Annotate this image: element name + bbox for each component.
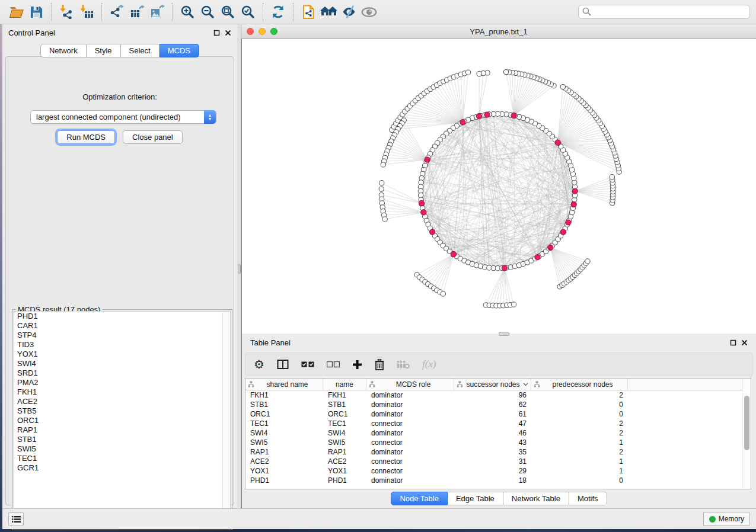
tab-network[interactable]: Network bbox=[40, 44, 87, 57]
result-node-swi5[interactable]: SWI5 bbox=[14, 444, 230, 454]
result-node-stp4[interactable]: STP4 bbox=[14, 331, 230, 340]
tab-mcds[interactable]: MCDS bbox=[160, 44, 199, 57]
table-row-rap1[interactable]: RAP1RAP1dominator352 bbox=[245, 447, 751, 457]
horizontal-splitter-handle[interactable] bbox=[499, 332, 509, 336]
search-icon bbox=[582, 7, 591, 16]
result-node-srd1[interactable]: SRD1 bbox=[14, 368, 230, 378]
export-network-button[interactable] bbox=[108, 3, 126, 21]
control-panel-header: Control Panel bbox=[2, 24, 237, 41]
tab-network-table[interactable]: Network Table bbox=[503, 492, 569, 505]
refresh-layout-button[interactable] bbox=[269, 3, 287, 21]
result-node-ace2[interactable]: ACE2 bbox=[14, 397, 230, 406]
hide-selected-button[interactable] bbox=[340, 3, 358, 21]
close-panel-icon[interactable] bbox=[225, 30, 231, 36]
show-all-button[interactable] bbox=[360, 3, 378, 21]
network-titlebar[interactable]: YPA_prune.txt_1 bbox=[241, 24, 756, 39]
export-table-icon bbox=[130, 5, 145, 19]
table-row-phd1[interactable]: PHD1PHD1dominator180 bbox=[245, 476, 751, 485]
float-panel-icon[interactable] bbox=[213, 30, 220, 36]
table-row-ace2[interactable]: ACE2ACE2connector311 bbox=[245, 457, 751, 466]
export-table-button[interactable] bbox=[128, 3, 146, 21]
zoom-fit-button[interactable] bbox=[219, 3, 237, 21]
result-node-stb1[interactable]: STB1 bbox=[14, 435, 230, 444]
column-header-predecessor-nodes[interactable]: predecessor nodes bbox=[531, 379, 628, 390]
close-window-icon[interactable] bbox=[247, 28, 254, 35]
export-image-button[interactable] bbox=[148, 3, 166, 21]
column-header-shared-name[interactable]: shared name bbox=[245, 379, 323, 390]
maximize-window-icon[interactable] bbox=[270, 28, 277, 35]
run-mcds-button[interactable]: Run MCDS bbox=[57, 130, 115, 144]
table-toolbar: ⚙ f(x) bbox=[245, 352, 753, 376]
cell-shared-name: RAP1 bbox=[245, 447, 323, 457]
unselect-all-columns-icon[interactable] bbox=[327, 361, 340, 368]
network-graph[interactable] bbox=[242, 39, 756, 334]
table-row-swi5[interactable]: SWI5SWI5connector431 bbox=[245, 438, 751, 447]
zoom-out-button[interactable] bbox=[199, 3, 216, 21]
mcds-result-list[interactable]: PHD1CAR1STP4TID3YOX1SWI4SRD1PMA2FKH1ACE2… bbox=[14, 311, 231, 528]
result-node-rap1[interactable]: RAP1 bbox=[14, 425, 230, 435]
float-panel-icon[interactable] bbox=[730, 339, 736, 346]
result-node-swi4[interactable]: SWI4 bbox=[14, 359, 230, 368]
tab-edge-table[interactable]: Edge Table bbox=[448, 492, 503, 505]
result-node-orc1[interactable]: ORC1 bbox=[14, 416, 230, 425]
tab-node-table[interactable]: Node Table bbox=[391, 492, 448, 505]
splitter-handle[interactable] bbox=[238, 264, 241, 274]
table-settings-gear-icon[interactable]: ⚙ bbox=[254, 358, 264, 370]
result-node-stb5[interactable]: STB5 bbox=[14, 406, 230, 416]
cell-successor-nodes: 43 bbox=[454, 438, 531, 447]
delete-table-icon-disabled bbox=[397, 360, 410, 369]
share-document-button[interactable] bbox=[299, 3, 317, 21]
first-neighbors-button[interactable] bbox=[320, 3, 337, 21]
cell-mcds-role: dominator bbox=[366, 400, 454, 409]
create-column-icon[interactable] bbox=[352, 360, 362, 370]
select-all-columns-icon[interactable] bbox=[301, 361, 314, 368]
cell-successor-nodes: 29 bbox=[454, 466, 531, 476]
result-node-yox1[interactable]: YOX1 bbox=[14, 350, 230, 359]
tab-select[interactable]: Select bbox=[121, 44, 160, 57]
result-node-phd1[interactable]: PHD1 bbox=[14, 312, 230, 321]
table-row-orc1[interactable]: ORC1ORC1dominator610 bbox=[245, 409, 751, 419]
zoom-in-button[interactable] bbox=[178, 3, 196, 21]
import-network-button[interactable] bbox=[58, 3, 75, 21]
show-columns-icon[interactable] bbox=[277, 359, 289, 370]
cell-predecessor-nodes: 0 bbox=[531, 400, 628, 409]
table-row-yox1[interactable]: YOX1YOX1connector291 bbox=[245, 466, 751, 476]
open-file-button[interactable] bbox=[7, 3, 25, 21]
column-header-name[interactable]: name bbox=[323, 379, 366, 390]
result-node-gcr1[interactable]: GCR1 bbox=[14, 463, 230, 473]
table-row-tec1[interactable]: TEC1TEC1connector472 bbox=[245, 419, 751, 428]
memory-button[interactable]: Memory bbox=[703, 512, 750, 526]
table-scrollbar-thumb[interactable] bbox=[744, 396, 749, 450]
attribute-tree-icon bbox=[248, 381, 254, 387]
search-input[interactable] bbox=[578, 5, 750, 19]
result-node-tid3[interactable]: TID3 bbox=[14, 340, 230, 350]
table-row-swi4[interactable]: SWI4SWI4dominator462 bbox=[245, 428, 751, 438]
optimization-criterion-select[interactable]: largest connected component (undirected)… bbox=[30, 110, 216, 124]
minimize-window-icon[interactable] bbox=[259, 28, 266, 35]
table-row-fkh1[interactable]: FKH1FKH1dominator962 bbox=[245, 390, 751, 400]
import-table-button[interactable] bbox=[78, 3, 95, 21]
cell-shared-name: ORC1 bbox=[245, 409, 323, 419]
column-header-successor-nodes[interactable]: successor nodes bbox=[454, 379, 531, 390]
table-scrollbar[interactable] bbox=[742, 379, 751, 488]
result-node-pma2[interactable]: PMA2 bbox=[14, 378, 230, 387]
task-history-button[interactable] bbox=[8, 512, 24, 526]
network-title: YPA_prune.txt_1 bbox=[470, 27, 527, 36]
column-header-mcds-role[interactable]: MCDS role bbox=[366, 379, 454, 390]
network-canvas[interactable] bbox=[241, 39, 756, 334]
save-session-button[interactable] bbox=[27, 3, 45, 21]
tab-style[interactable]: Style bbox=[87, 44, 121, 57]
tab-motifs[interactable]: Motifs bbox=[569, 492, 607, 505]
delete-column-icon[interactable] bbox=[375, 359, 384, 370]
cell-successor-nodes: 46 bbox=[454, 428, 531, 438]
result-node-tec1[interactable]: TEC1 bbox=[14, 454, 230, 463]
result-node-fkh1[interactable]: FKH1 bbox=[14, 387, 230, 397]
result-list-scrollbar[interactable] bbox=[222, 312, 229, 527]
table-row-stb1[interactable]: STB1STB1dominator620 bbox=[245, 400, 751, 409]
close-panel-button[interactable]: Close panel bbox=[123, 130, 183, 144]
zoom-selected-button[interactable] bbox=[239, 3, 257, 21]
vertical-splitter[interactable] bbox=[237, 24, 241, 508]
control-panel-title: Control Panel bbox=[8, 28, 55, 37]
result-node-car1[interactable]: CAR1 bbox=[14, 321, 230, 331]
close-panel-icon[interactable] bbox=[741, 339, 748, 346]
